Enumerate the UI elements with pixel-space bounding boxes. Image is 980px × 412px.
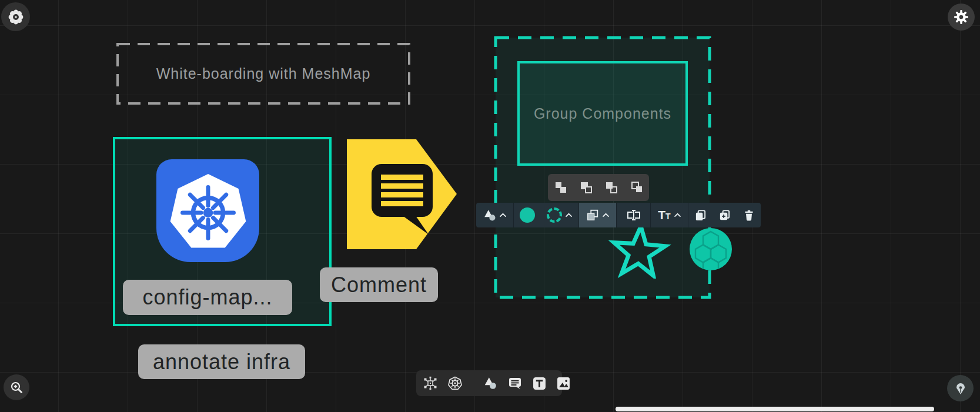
group-components-label: Group Components (520, 63, 685, 163)
delete-button[interactable] (737, 203, 761, 227)
fill-color-swatch-icon (520, 207, 535, 223)
pen-button[interactable] (947, 375, 974, 401)
comment-bubble-icon (508, 376, 522, 390)
chevron-up-icon (499, 213, 507, 217)
fill-color-button[interactable] (514, 203, 541, 227)
layer5-circle-shape[interactable] (690, 228, 732, 270)
service-mesh-designs-button[interactable] (423, 376, 437, 390)
kubernetes-node-label[interactable]: config-map... (123, 280, 292, 315)
kubernetes-components-button[interactable] (448, 376, 462, 390)
chevron-up-icon (565, 213, 573, 217)
send-backward-button[interactable] (599, 174, 624, 201)
duplicate-icon (718, 209, 731, 222)
bring-forward-icon (579, 180, 593, 195)
resize-width-button[interactable] (617, 203, 650, 227)
trash-icon (743, 209, 755, 222)
chevron-up-icon (674, 213, 681, 217)
resize-width-icon (626, 208, 641, 222)
layer-order-popup (548, 174, 649, 201)
send-to-back-icon (630, 180, 644, 195)
horizontal-scrollbar[interactable] (616, 407, 934, 411)
send-backward-icon (604, 180, 618, 195)
stroke-style-icon (547, 207, 562, 223)
text-size-button[interactable]: TT (651, 203, 688, 227)
mesh-integration-icon (423, 376, 437, 390)
shapes-icon (483, 377, 497, 390)
dock-toolbar (416, 370, 562, 396)
settings-button[interactable] (948, 4, 975, 31)
whiteboard-canvas[interactable]: White-boarding with MeshMap Group Compon… (0, 0, 980, 412)
bring-forward-button[interactable] (574, 174, 598, 201)
whiteboard-note-box[interactable]: White-boarding with MeshMap (116, 43, 410, 105)
text-size-icon: TT (658, 208, 670, 222)
media-icon (557, 377, 570, 390)
send-to-back-button[interactable] (624, 174, 649, 201)
annotation-label[interactable]: annotate infra (138, 344, 305, 379)
text-tool-icon (533, 377, 546, 390)
media-tool-button[interactable] (557, 377, 570, 390)
gear-icon (954, 9, 969, 25)
shapes-tool-button[interactable] (483, 377, 497, 390)
shapes-icon (483, 209, 496, 221)
copy-icon (694, 209, 707, 222)
shape-picker-button[interactable] (476, 203, 513, 227)
layer-order-icon (586, 209, 599, 222)
text-tool-button[interactable] (533, 377, 546, 390)
bring-to-front-icon (554, 180, 568, 195)
group-components-node[interactable]: Group Components (517, 61, 688, 166)
comment-shape[interactable] (347, 139, 457, 249)
kubernetes-wheel-icon (448, 376, 462, 390)
kubernetes-icon (156, 159, 259, 262)
duplicate-button[interactable] (713, 203, 737, 227)
meshery-menu-button[interactable] (1, 2, 30, 31)
comment-label[interactable]: Comment (320, 267, 438, 302)
layer-order-button[interactable] (579, 203, 616, 227)
note-label: White-boarding with MeshMap (116, 43, 410, 105)
star-shape[interactable] (603, 225, 675, 279)
bring-to-front-button[interactable] (548, 174, 573, 201)
stroke-style-button[interactable] (541, 203, 578, 227)
chevron-up-icon (602, 213, 610, 217)
pen-nib-icon (954, 381, 968, 396)
meshery-flower-icon (8, 9, 24, 25)
zoom-button[interactable] (4, 374, 29, 400)
comment-tool-button[interactable] (508, 376, 522, 390)
magnifier-icon (9, 380, 24, 394)
context-toolbar: TT (476, 203, 761, 227)
copy-button[interactable] (688, 203, 713, 227)
